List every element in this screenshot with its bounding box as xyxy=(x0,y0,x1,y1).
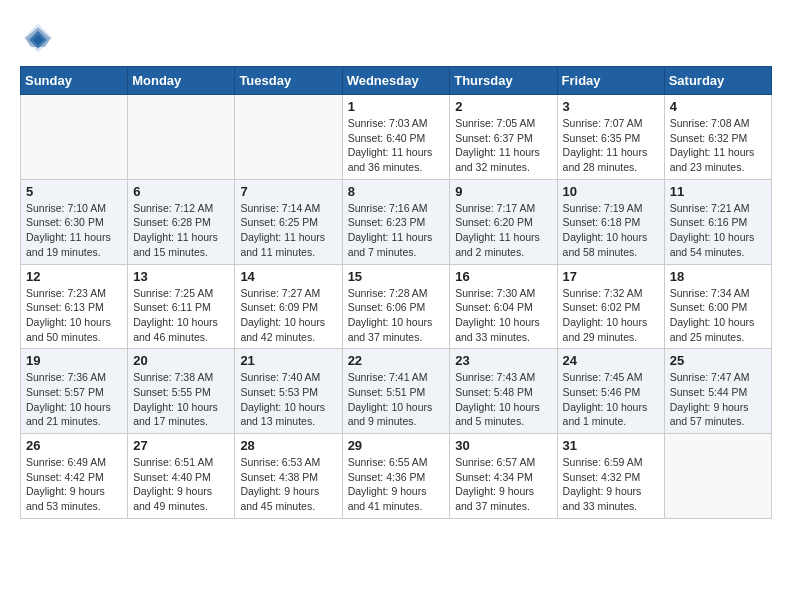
day-info: Sunrise: 7:14 AM Sunset: 6:25 PM Dayligh… xyxy=(240,201,336,260)
weekday-header-sunday: Sunday xyxy=(21,67,128,95)
day-number: 2 xyxy=(455,99,551,114)
day-number: 18 xyxy=(670,269,766,284)
day-number: 8 xyxy=(348,184,445,199)
calendar-cell: 28Sunrise: 6:53 AM Sunset: 4:38 PM Dayli… xyxy=(235,434,342,519)
calendar-week-2: 5Sunrise: 7:10 AM Sunset: 6:30 PM Daylig… xyxy=(21,179,772,264)
day-info: Sunrise: 7:40 AM Sunset: 5:53 PM Dayligh… xyxy=(240,370,336,429)
day-info: Sunrise: 7:47 AM Sunset: 5:44 PM Dayligh… xyxy=(670,370,766,429)
calendar-cell: 1Sunrise: 7:03 AM Sunset: 6:40 PM Daylig… xyxy=(342,95,450,180)
day-info: Sunrise: 7:19 AM Sunset: 6:18 PM Dayligh… xyxy=(563,201,659,260)
day-info: Sunrise: 7:07 AM Sunset: 6:35 PM Dayligh… xyxy=(563,116,659,175)
calendar-cell: 25Sunrise: 7:47 AM Sunset: 5:44 PM Dayli… xyxy=(664,349,771,434)
day-info: Sunrise: 7:36 AM Sunset: 5:57 PM Dayligh… xyxy=(26,370,122,429)
day-info: Sunrise: 7:12 AM Sunset: 6:28 PM Dayligh… xyxy=(133,201,229,260)
day-number: 30 xyxy=(455,438,551,453)
day-number: 19 xyxy=(26,353,122,368)
day-info: Sunrise: 7:17 AM Sunset: 6:20 PM Dayligh… xyxy=(455,201,551,260)
day-info: Sunrise: 7:23 AM Sunset: 6:13 PM Dayligh… xyxy=(26,286,122,345)
day-number: 16 xyxy=(455,269,551,284)
calendar-cell: 15Sunrise: 7:28 AM Sunset: 6:06 PM Dayli… xyxy=(342,264,450,349)
day-number: 15 xyxy=(348,269,445,284)
day-number: 22 xyxy=(348,353,445,368)
weekday-header-wednesday: Wednesday xyxy=(342,67,450,95)
calendar-cell: 30Sunrise: 6:57 AM Sunset: 4:34 PM Dayli… xyxy=(450,434,557,519)
calendar-cell: 24Sunrise: 7:45 AM Sunset: 5:46 PM Dayli… xyxy=(557,349,664,434)
day-number: 20 xyxy=(133,353,229,368)
calendar-cell: 20Sunrise: 7:38 AM Sunset: 5:55 PM Dayli… xyxy=(128,349,235,434)
logo xyxy=(20,20,62,56)
calendar-cell: 31Sunrise: 6:59 AM Sunset: 4:32 PM Dayli… xyxy=(557,434,664,519)
calendar-cell: 19Sunrise: 7:36 AM Sunset: 5:57 PM Dayli… xyxy=(21,349,128,434)
day-info: Sunrise: 6:55 AM Sunset: 4:36 PM Dayligh… xyxy=(348,455,445,514)
day-info: Sunrise: 7:05 AM Sunset: 6:37 PM Dayligh… xyxy=(455,116,551,175)
calendar-cell: 10Sunrise: 7:19 AM Sunset: 6:18 PM Dayli… xyxy=(557,179,664,264)
day-number: 3 xyxy=(563,99,659,114)
calendar-cell: 23Sunrise: 7:43 AM Sunset: 5:48 PM Dayli… xyxy=(450,349,557,434)
day-number: 27 xyxy=(133,438,229,453)
calendar-cell xyxy=(21,95,128,180)
calendar-cell xyxy=(235,95,342,180)
day-number: 9 xyxy=(455,184,551,199)
day-info: Sunrise: 7:32 AM Sunset: 6:02 PM Dayligh… xyxy=(563,286,659,345)
day-info: Sunrise: 6:57 AM Sunset: 4:34 PM Dayligh… xyxy=(455,455,551,514)
calendar-week-5: 26Sunrise: 6:49 AM Sunset: 4:42 PM Dayli… xyxy=(21,434,772,519)
calendar-cell: 6Sunrise: 7:12 AM Sunset: 6:28 PM Daylig… xyxy=(128,179,235,264)
calendar-cell: 5Sunrise: 7:10 AM Sunset: 6:30 PM Daylig… xyxy=(21,179,128,264)
calendar-cell: 3Sunrise: 7:07 AM Sunset: 6:35 PM Daylig… xyxy=(557,95,664,180)
day-info: Sunrise: 7:03 AM Sunset: 6:40 PM Dayligh… xyxy=(348,116,445,175)
weekday-header-tuesday: Tuesday xyxy=(235,67,342,95)
calendar-cell: 12Sunrise: 7:23 AM Sunset: 6:13 PM Dayli… xyxy=(21,264,128,349)
calendar-week-4: 19Sunrise: 7:36 AM Sunset: 5:57 PM Dayli… xyxy=(21,349,772,434)
calendar-week-1: 1Sunrise: 7:03 AM Sunset: 6:40 PM Daylig… xyxy=(21,95,772,180)
day-number: 5 xyxy=(26,184,122,199)
day-number: 14 xyxy=(240,269,336,284)
day-number: 29 xyxy=(348,438,445,453)
day-number: 28 xyxy=(240,438,336,453)
calendar-cell: 4Sunrise: 7:08 AM Sunset: 6:32 PM Daylig… xyxy=(664,95,771,180)
calendar-cell: 27Sunrise: 6:51 AM Sunset: 4:40 PM Dayli… xyxy=(128,434,235,519)
calendar: SundayMondayTuesdayWednesdayThursdayFrid… xyxy=(20,66,772,519)
day-number: 23 xyxy=(455,353,551,368)
weekday-header-friday: Friday xyxy=(557,67,664,95)
calendar-cell: 11Sunrise: 7:21 AM Sunset: 6:16 PM Dayli… xyxy=(664,179,771,264)
calendar-cell: 16Sunrise: 7:30 AM Sunset: 6:04 PM Dayli… xyxy=(450,264,557,349)
calendar-cell: 2Sunrise: 7:05 AM Sunset: 6:37 PM Daylig… xyxy=(450,95,557,180)
calendar-week-3: 12Sunrise: 7:23 AM Sunset: 6:13 PM Dayli… xyxy=(21,264,772,349)
day-info: Sunrise: 7:27 AM Sunset: 6:09 PM Dayligh… xyxy=(240,286,336,345)
calendar-cell: 7Sunrise: 7:14 AM Sunset: 6:25 PM Daylig… xyxy=(235,179,342,264)
day-info: Sunrise: 7:21 AM Sunset: 6:16 PM Dayligh… xyxy=(670,201,766,260)
day-info: Sunrise: 7:30 AM Sunset: 6:04 PM Dayligh… xyxy=(455,286,551,345)
day-info: Sunrise: 7:25 AM Sunset: 6:11 PM Dayligh… xyxy=(133,286,229,345)
day-number: 21 xyxy=(240,353,336,368)
calendar-cell: 29Sunrise: 6:55 AM Sunset: 4:36 PM Dayli… xyxy=(342,434,450,519)
day-number: 25 xyxy=(670,353,766,368)
calendar-cell: 13Sunrise: 7:25 AM Sunset: 6:11 PM Dayli… xyxy=(128,264,235,349)
calendar-cell: 18Sunrise: 7:34 AM Sunset: 6:00 PM Dayli… xyxy=(664,264,771,349)
calendar-cell: 8Sunrise: 7:16 AM Sunset: 6:23 PM Daylig… xyxy=(342,179,450,264)
calendar-cell: 9Sunrise: 7:17 AM Sunset: 6:20 PM Daylig… xyxy=(450,179,557,264)
day-number: 26 xyxy=(26,438,122,453)
day-number: 4 xyxy=(670,99,766,114)
page-header xyxy=(20,20,772,56)
day-number: 6 xyxy=(133,184,229,199)
day-info: Sunrise: 6:49 AM Sunset: 4:42 PM Dayligh… xyxy=(26,455,122,514)
day-number: 31 xyxy=(563,438,659,453)
day-info: Sunrise: 6:53 AM Sunset: 4:38 PM Dayligh… xyxy=(240,455,336,514)
day-info: Sunrise: 7:08 AM Sunset: 6:32 PM Dayligh… xyxy=(670,116,766,175)
day-info: Sunrise: 7:28 AM Sunset: 6:06 PM Dayligh… xyxy=(348,286,445,345)
weekday-header-saturday: Saturday xyxy=(664,67,771,95)
day-info: Sunrise: 6:51 AM Sunset: 4:40 PM Dayligh… xyxy=(133,455,229,514)
day-info: Sunrise: 7:38 AM Sunset: 5:55 PM Dayligh… xyxy=(133,370,229,429)
day-number: 12 xyxy=(26,269,122,284)
logo-icon xyxy=(20,20,56,56)
day-number: 7 xyxy=(240,184,336,199)
day-info: Sunrise: 6:59 AM Sunset: 4:32 PM Dayligh… xyxy=(563,455,659,514)
weekday-header-monday: Monday xyxy=(128,67,235,95)
calendar-cell xyxy=(128,95,235,180)
calendar-cell xyxy=(664,434,771,519)
calendar-cell: 17Sunrise: 7:32 AM Sunset: 6:02 PM Dayli… xyxy=(557,264,664,349)
day-number: 24 xyxy=(563,353,659,368)
day-number: 1 xyxy=(348,99,445,114)
day-info: Sunrise: 7:45 AM Sunset: 5:46 PM Dayligh… xyxy=(563,370,659,429)
day-number: 17 xyxy=(563,269,659,284)
